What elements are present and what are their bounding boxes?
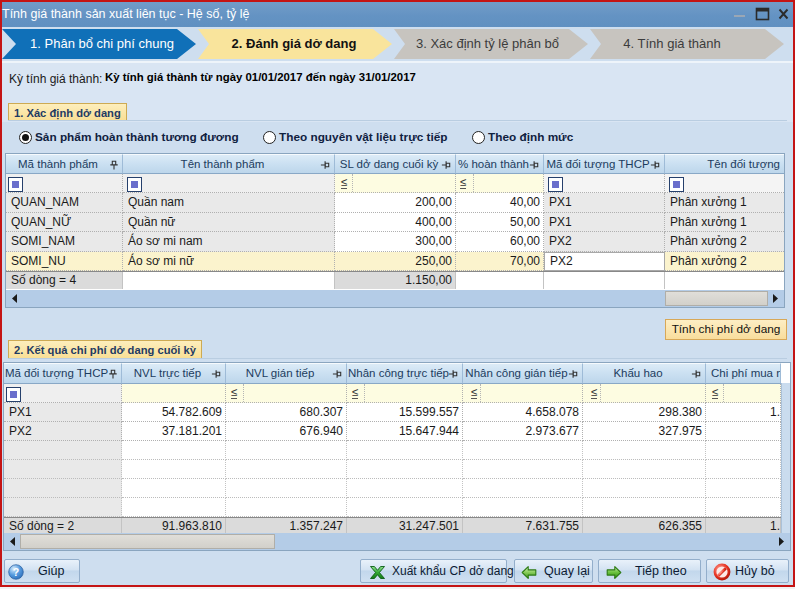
svg-text:?: ? xyxy=(13,565,19,577)
